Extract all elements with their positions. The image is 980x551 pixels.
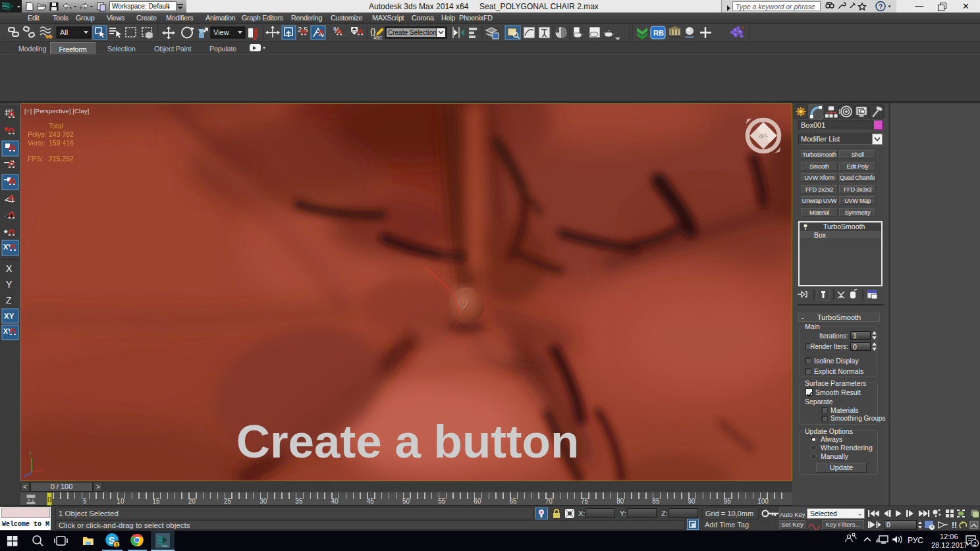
svg-text:X: X xyxy=(6,263,13,274)
svg-text:[+] [Perspective] [Clay]: [+] [Perspective] [Clay] xyxy=(24,107,90,115)
svg-text:28.12.2017: 28.12.2017 xyxy=(931,541,967,549)
svg-text:Polys:: Polys: xyxy=(28,130,47,138)
svg-text:!!: !! xyxy=(952,521,957,530)
svg-text:z: z xyxy=(29,450,32,456)
svg-text:ABC: ABC xyxy=(373,36,383,40)
svg-text:Verts:: Verts: xyxy=(28,139,45,147)
svg-text:Z: Z xyxy=(6,295,12,305)
svg-text:Y: Y xyxy=(6,279,13,290)
svg-text:?: ? xyxy=(879,3,883,11)
svg-text:FPS:: FPS: xyxy=(28,155,43,163)
svg-text:Total: Total xyxy=(49,122,63,130)
svg-text:XY: XY xyxy=(4,312,14,320)
svg-text:РУС: РУС xyxy=(908,536,923,545)
svg-text:2: 2 xyxy=(973,540,977,547)
svg-text:*: * xyxy=(4,228,8,238)
svg-text:215,252: 215,252 xyxy=(49,155,74,163)
svg-text:All: All xyxy=(60,28,68,36)
svg-text:159 416: 159 416 xyxy=(49,139,74,147)
svg-text:243 782: 243 782 xyxy=(49,130,74,138)
svg-text:RB: RB xyxy=(653,29,664,37)
svg-text:12:06: 12:06 xyxy=(940,533,958,540)
svg-text:1: 1 xyxy=(115,542,119,548)
svg-text:Create a button: Create a button xyxy=(236,415,580,467)
svg-text:View: View xyxy=(213,28,229,36)
svg-text:{}: {} xyxy=(370,26,376,36)
svg-text:max: max xyxy=(162,544,168,548)
